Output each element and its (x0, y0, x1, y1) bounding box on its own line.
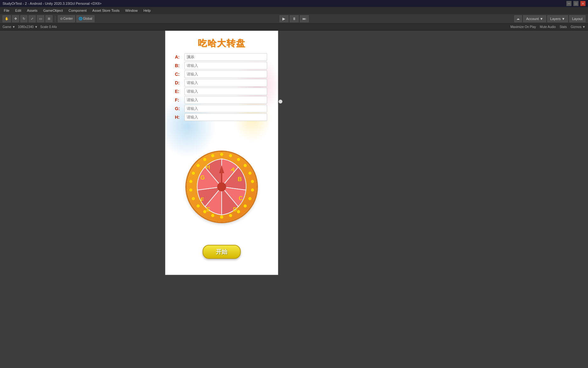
maximize-button[interactable]: □ (573, 1, 578, 6)
close-button[interactable]: ✕ (580, 1, 585, 6)
game-panel: 吃哈大转盘 A: B: C: D: E: F: (165, 31, 278, 275)
toolbar: ✋ ✥ ↻ ⤢ ▭ ⊞ ⊙ Center 🌐 Global ▶ ⏸ ⏭ ☁ Ac… (0, 14, 588, 24)
svg-point-22 (220, 216, 223, 219)
rotate-tool-button[interactable]: ↻ (20, 15, 27, 22)
step-button[interactable]: ⏭ (300, 15, 309, 22)
menu-file[interactable]: File (1, 8, 12, 13)
title-bar: StudyOrTest - 2 - Android - Unity 2020.3… (0, 0, 588, 7)
svg-point-17 (251, 188, 254, 192)
svg-point-15 (248, 172, 252, 175)
transform-tool-button[interactable]: ⊞ (45, 15, 52, 22)
input-row-e: E: (175, 88, 267, 95)
svg-point-26 (192, 197, 195, 200)
menu-gameobject[interactable]: GameObject (41, 8, 66, 13)
wheel-dots-svg (187, 152, 257, 222)
spin-wheel-container: A B C D E F G (187, 152, 257, 222)
svg-point-11 (220, 153, 223, 156)
play-button[interactable]: ▶ (280, 15, 288, 22)
input-row-a: A: (175, 53, 267, 61)
status-right-items: Maximize On Play Mute Audio Stats Gizmos… (510, 25, 585, 29)
menu-component[interactable]: Component (66, 8, 89, 13)
input-row-h: H: (175, 113, 267, 121)
menu-bar: File Edit Assets GameObject Component As… (0, 7, 588, 14)
separator-1 (55, 16, 55, 22)
input-g[interactable] (184, 105, 267, 112)
menu-window[interactable]: Window (123, 8, 140, 13)
label-a: A: (175, 54, 184, 60)
gizmos-button[interactable]: Gizmos ▼ (571, 25, 585, 29)
input-d[interactable] (184, 79, 267, 87)
menu-asset-store[interactable]: Asset Store Tools (90, 8, 122, 13)
stats-button[interactable]: Stats (560, 25, 567, 29)
input-row-f: F: (175, 96, 267, 104)
menu-assets[interactable]: Assets (24, 8, 40, 13)
editor-background (0, 31, 588, 368)
input-row-c: C: (175, 70, 267, 78)
svg-point-30 (197, 164, 200, 167)
label-d: D: (175, 80, 184, 85)
input-a[interactable] (184, 53, 267, 61)
game-tab[interactable]: Game ▼ (3, 25, 15, 29)
svg-point-24 (203, 210, 206, 213)
rect-tool-button[interactable]: ▭ (37, 15, 44, 22)
svg-point-25 (197, 204, 200, 208)
input-b[interactable] (184, 62, 267, 69)
layers-button[interactable]: Layers ▼ (547, 15, 568, 22)
scale-display: Scale 0.44x (40, 25, 57, 29)
minimize-button[interactable]: ─ (566, 1, 571, 6)
account-chevron-icon: ▼ (540, 17, 543, 21)
pivot-button[interactable]: ⊙ Center (58, 15, 75, 22)
svg-point-23 (211, 214, 214, 217)
svg-point-28 (189, 180, 192, 183)
scale-tool-button[interactable]: ⤢ (29, 15, 36, 22)
game-title: 吃哈大转盘 (165, 37, 278, 49)
svg-point-20 (237, 210, 240, 213)
account-button[interactable]: Account ▼ (523, 15, 546, 22)
window-title: StudyOrTest - 2 - Android - Unity 2020.3… (3, 2, 101, 5)
mute-audio[interactable]: Mute Audio (540, 25, 556, 29)
menu-help[interactable]: Help (141, 8, 153, 13)
pause-button[interactable]: ⏸ (290, 15, 299, 22)
maximize-on-play[interactable]: Maximize On Play (510, 25, 536, 29)
space-label: Global (83, 17, 92, 20)
input-section: A: B: C: D: E: F: G: (175, 53, 267, 122)
hand-tool-button[interactable]: ✋ (3, 15, 11, 22)
layout-button[interactable]: Layout (569, 15, 585, 22)
svg-point-16 (251, 180, 254, 183)
svg-point-13 (237, 158, 240, 161)
input-h[interactable] (184, 113, 267, 121)
window-controls[interactable]: ─ □ ✕ (566, 1, 585, 6)
svg-point-27 (189, 188, 192, 192)
move-tool-button[interactable]: ✥ (12, 15, 19, 22)
play-controls: ▶ ⏸ ⏭ (280, 15, 309, 22)
label-c: C: (175, 72, 184, 77)
menu-edit[interactable]: Edit (13, 8, 24, 13)
input-row-b: B: (175, 62, 267, 69)
label-h: H: (175, 115, 184, 120)
layers-chevron-icon: ▼ (562, 17, 565, 21)
game-chevron-icon: ▼ (12, 25, 15, 29)
label-b: B: (175, 63, 184, 68)
input-row-d: D: (175, 79, 267, 87)
input-c[interactable] (184, 70, 267, 78)
svg-point-14 (244, 164, 247, 167)
layout-label: Layout (572, 17, 583, 21)
cloud-button[interactable]: ☁ (514, 15, 522, 22)
svg-point-31 (203, 158, 206, 161)
wheel-outer-ring: A B C D E F G (187, 152, 257, 222)
game-label: Game (3, 25, 11, 29)
pivot-icon: ⊙ (60, 17, 63, 20)
svg-point-18 (248, 197, 252, 200)
start-button[interactable]: 开始 (203, 245, 241, 259)
input-row-g: G: (175, 105, 267, 112)
input-e[interactable] (184, 88, 267, 95)
pivot-label: Center (63, 17, 73, 20)
input-f[interactable] (184, 96, 267, 104)
toolbar-right: ☁ Account ▼ Layers ▼ Layout (514, 15, 585, 22)
resolution-value: 1080x2340 (18, 25, 34, 29)
resolution-selector[interactable]: 1080x2340 ▼ (18, 25, 38, 29)
svg-point-12 (229, 154, 232, 157)
label-f: F: (175, 97, 184, 103)
space-button[interactable]: 🌐 Global (76, 15, 94, 22)
layers-label: Layers (550, 17, 561, 21)
